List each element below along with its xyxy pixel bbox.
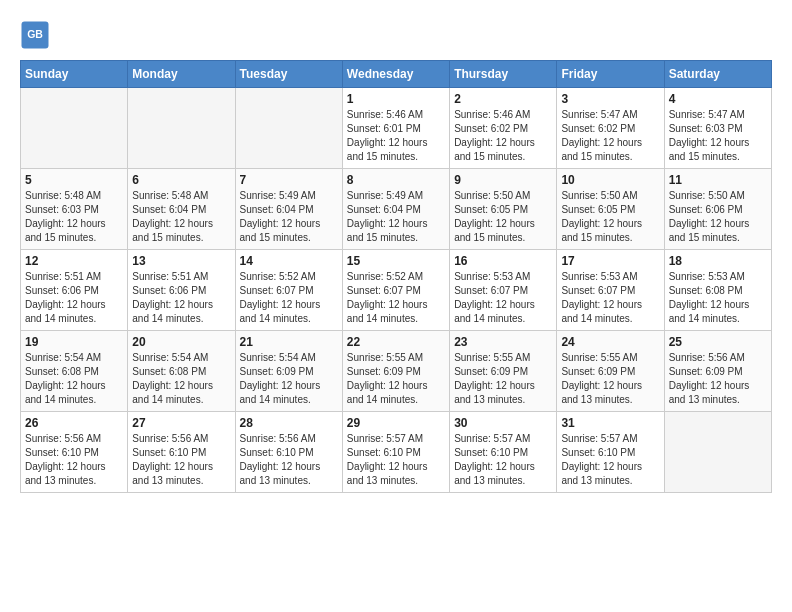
col-thursday: Thursday xyxy=(450,61,557,88)
day-number: 29 xyxy=(347,416,445,430)
day-info: Sunrise: 5:47 AM Sunset: 6:03 PM Dayligh… xyxy=(669,108,767,164)
col-monday: Monday xyxy=(128,61,235,88)
day-number: 17 xyxy=(561,254,659,268)
day-number: 12 xyxy=(25,254,123,268)
day-info: Sunrise: 5:56 AM Sunset: 6:10 PM Dayligh… xyxy=(132,432,230,488)
day-number: 4 xyxy=(669,92,767,106)
calendar-body: 1Sunrise: 5:46 AM Sunset: 6:01 PM Daylig… xyxy=(21,88,772,493)
day-info: Sunrise: 5:55 AM Sunset: 6:09 PM Dayligh… xyxy=(454,351,552,407)
day-cell: 14Sunrise: 5:52 AM Sunset: 6:07 PM Dayli… xyxy=(235,250,342,331)
day-cell: 9Sunrise: 5:50 AM Sunset: 6:05 PM Daylig… xyxy=(450,169,557,250)
day-number: 31 xyxy=(561,416,659,430)
page-header: GB xyxy=(20,20,772,50)
day-cell: 7Sunrise: 5:49 AM Sunset: 6:04 PM Daylig… xyxy=(235,169,342,250)
day-cell: 17Sunrise: 5:53 AM Sunset: 6:07 PM Dayli… xyxy=(557,250,664,331)
day-number: 11 xyxy=(669,173,767,187)
col-saturday: Saturday xyxy=(664,61,771,88)
day-info: Sunrise: 5:56 AM Sunset: 6:09 PM Dayligh… xyxy=(669,351,767,407)
day-info: Sunrise: 5:49 AM Sunset: 6:04 PM Dayligh… xyxy=(240,189,338,245)
header-row: Sunday Monday Tuesday Wednesday Thursday… xyxy=(21,61,772,88)
day-number: 24 xyxy=(561,335,659,349)
day-info: Sunrise: 5:48 AM Sunset: 6:03 PM Dayligh… xyxy=(25,189,123,245)
day-cell: 24Sunrise: 5:55 AM Sunset: 6:09 PM Dayli… xyxy=(557,331,664,412)
day-number: 9 xyxy=(454,173,552,187)
day-cell: 13Sunrise: 5:51 AM Sunset: 6:06 PM Dayli… xyxy=(128,250,235,331)
calendar-table: Sunday Monday Tuesday Wednesday Thursday… xyxy=(20,60,772,493)
day-cell: 27Sunrise: 5:56 AM Sunset: 6:10 PM Dayli… xyxy=(128,412,235,493)
day-number: 10 xyxy=(561,173,659,187)
day-number: 18 xyxy=(669,254,767,268)
logo: GB xyxy=(20,20,54,50)
day-info: Sunrise: 5:54 AM Sunset: 6:09 PM Dayligh… xyxy=(240,351,338,407)
day-info: Sunrise: 5:50 AM Sunset: 6:06 PM Dayligh… xyxy=(669,189,767,245)
day-info: Sunrise: 5:46 AM Sunset: 6:01 PM Dayligh… xyxy=(347,108,445,164)
day-number: 27 xyxy=(132,416,230,430)
day-number: 28 xyxy=(240,416,338,430)
day-cell xyxy=(128,88,235,169)
week-row-1: 1Sunrise: 5:46 AM Sunset: 6:01 PM Daylig… xyxy=(21,88,772,169)
day-info: Sunrise: 5:55 AM Sunset: 6:09 PM Dayligh… xyxy=(561,351,659,407)
day-info: Sunrise: 5:52 AM Sunset: 6:07 PM Dayligh… xyxy=(347,270,445,326)
day-info: Sunrise: 5:50 AM Sunset: 6:05 PM Dayligh… xyxy=(454,189,552,245)
day-info: Sunrise: 5:53 AM Sunset: 6:08 PM Dayligh… xyxy=(669,270,767,326)
day-number: 21 xyxy=(240,335,338,349)
day-cell: 16Sunrise: 5:53 AM Sunset: 6:07 PM Dayli… xyxy=(450,250,557,331)
day-number: 7 xyxy=(240,173,338,187)
day-number: 26 xyxy=(25,416,123,430)
day-number: 5 xyxy=(25,173,123,187)
day-cell: 19Sunrise: 5:54 AM Sunset: 6:08 PM Dayli… xyxy=(21,331,128,412)
day-number: 15 xyxy=(347,254,445,268)
day-number: 8 xyxy=(347,173,445,187)
day-cell: 5Sunrise: 5:48 AM Sunset: 6:03 PM Daylig… xyxy=(21,169,128,250)
day-info: Sunrise: 5:49 AM Sunset: 6:04 PM Dayligh… xyxy=(347,189,445,245)
day-cell: 30Sunrise: 5:57 AM Sunset: 6:10 PM Dayli… xyxy=(450,412,557,493)
col-friday: Friday xyxy=(557,61,664,88)
day-info: Sunrise: 5:56 AM Sunset: 6:10 PM Dayligh… xyxy=(25,432,123,488)
day-info: Sunrise: 5:57 AM Sunset: 6:10 PM Dayligh… xyxy=(454,432,552,488)
day-info: Sunrise: 5:57 AM Sunset: 6:10 PM Dayligh… xyxy=(347,432,445,488)
day-cell xyxy=(21,88,128,169)
col-tuesday: Tuesday xyxy=(235,61,342,88)
day-number: 2 xyxy=(454,92,552,106)
day-cell: 20Sunrise: 5:54 AM Sunset: 6:08 PM Dayli… xyxy=(128,331,235,412)
day-cell: 28Sunrise: 5:56 AM Sunset: 6:10 PM Dayli… xyxy=(235,412,342,493)
day-info: Sunrise: 5:54 AM Sunset: 6:08 PM Dayligh… xyxy=(132,351,230,407)
day-info: Sunrise: 5:53 AM Sunset: 6:07 PM Dayligh… xyxy=(561,270,659,326)
day-cell: 18Sunrise: 5:53 AM Sunset: 6:08 PM Dayli… xyxy=(664,250,771,331)
day-cell: 12Sunrise: 5:51 AM Sunset: 6:06 PM Dayli… xyxy=(21,250,128,331)
logo-icon: GB xyxy=(20,20,50,50)
day-cell: 10Sunrise: 5:50 AM Sunset: 6:05 PM Dayli… xyxy=(557,169,664,250)
day-cell: 23Sunrise: 5:55 AM Sunset: 6:09 PM Dayli… xyxy=(450,331,557,412)
day-info: Sunrise: 5:48 AM Sunset: 6:04 PM Dayligh… xyxy=(132,189,230,245)
day-cell: 1Sunrise: 5:46 AM Sunset: 6:01 PM Daylig… xyxy=(342,88,449,169)
day-number: 23 xyxy=(454,335,552,349)
day-number: 6 xyxy=(132,173,230,187)
day-info: Sunrise: 5:56 AM Sunset: 6:10 PM Dayligh… xyxy=(240,432,338,488)
day-cell: 29Sunrise: 5:57 AM Sunset: 6:10 PM Dayli… xyxy=(342,412,449,493)
day-cell: 8Sunrise: 5:49 AM Sunset: 6:04 PM Daylig… xyxy=(342,169,449,250)
day-info: Sunrise: 5:47 AM Sunset: 6:02 PM Dayligh… xyxy=(561,108,659,164)
day-info: Sunrise: 5:50 AM Sunset: 6:05 PM Dayligh… xyxy=(561,189,659,245)
day-info: Sunrise: 5:51 AM Sunset: 6:06 PM Dayligh… xyxy=(25,270,123,326)
day-cell: 21Sunrise: 5:54 AM Sunset: 6:09 PM Dayli… xyxy=(235,331,342,412)
svg-text:GB: GB xyxy=(27,28,43,40)
day-cell xyxy=(235,88,342,169)
day-cell: 6Sunrise: 5:48 AM Sunset: 6:04 PM Daylig… xyxy=(128,169,235,250)
week-row-4: 19Sunrise: 5:54 AM Sunset: 6:08 PM Dayli… xyxy=(21,331,772,412)
day-number: 20 xyxy=(132,335,230,349)
day-number: 25 xyxy=(669,335,767,349)
day-cell: 22Sunrise: 5:55 AM Sunset: 6:09 PM Dayli… xyxy=(342,331,449,412)
day-number: 30 xyxy=(454,416,552,430)
col-wednesday: Wednesday xyxy=(342,61,449,88)
day-number: 14 xyxy=(240,254,338,268)
day-number: 13 xyxy=(132,254,230,268)
day-info: Sunrise: 5:52 AM Sunset: 6:07 PM Dayligh… xyxy=(240,270,338,326)
day-cell: 31Sunrise: 5:57 AM Sunset: 6:10 PM Dayli… xyxy=(557,412,664,493)
day-number: 1 xyxy=(347,92,445,106)
day-info: Sunrise: 5:54 AM Sunset: 6:08 PM Dayligh… xyxy=(25,351,123,407)
day-cell: 15Sunrise: 5:52 AM Sunset: 6:07 PM Dayli… xyxy=(342,250,449,331)
day-cell: 3Sunrise: 5:47 AM Sunset: 6:02 PM Daylig… xyxy=(557,88,664,169)
day-number: 19 xyxy=(25,335,123,349)
day-cell: 26Sunrise: 5:56 AM Sunset: 6:10 PM Dayli… xyxy=(21,412,128,493)
day-number: 3 xyxy=(561,92,659,106)
